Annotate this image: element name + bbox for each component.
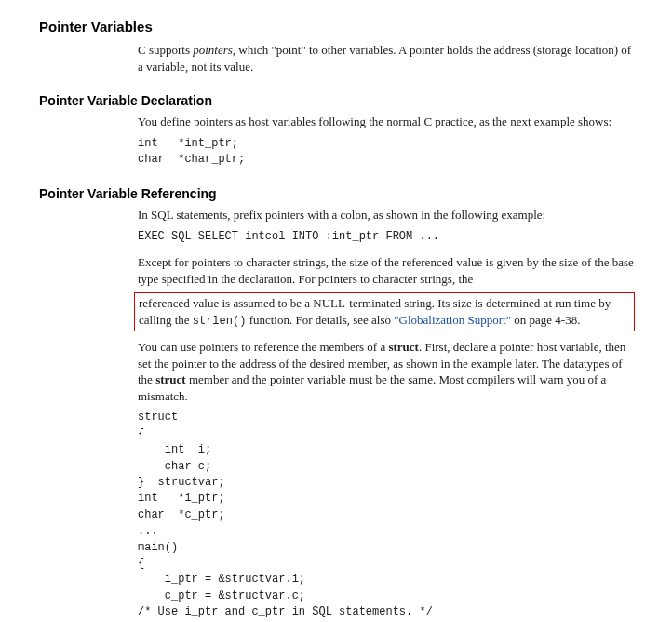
para-pointer-intro: C supports pointers, which "point" to ot… xyxy=(138,42,635,74)
heading-pointer-referencing: Pointer Variable Referencing xyxy=(39,186,635,201)
text-italic-pointers: pointers xyxy=(193,43,233,57)
highlight-box-null-terminated: referenced value is assumed to be a NULL… xyxy=(134,292,635,331)
para-struct-members: You can use pointers to reference the me… xyxy=(138,339,635,404)
heading-pointer-variables: Pointer Variables xyxy=(39,19,635,34)
link-globalization-support[interactable]: "Globalization Support" xyxy=(394,313,511,327)
text-fragment: member and the pointer variable must be … xyxy=(138,372,606,403)
text-fragment: You can use pointers to reference the me… xyxy=(138,340,388,354)
code-struct-example: struct { int i; char c; } structvar; int… xyxy=(138,410,635,622)
para-declaration-intro: You define pointers as host variables fo… xyxy=(138,114,635,130)
code-declaration: int *int_ptr; char *char_ptr; xyxy=(138,136,635,169)
text-fragment: on page 4-38. xyxy=(511,313,580,327)
text-bold-struct2: struct xyxy=(155,372,186,386)
text-fragment: C supports xyxy=(138,43,193,57)
code-inline-strlen: strlen() xyxy=(193,315,247,328)
text-fragment: function. For details, see also xyxy=(246,313,394,327)
code-exec-sql: EXEC SQL SELECT intcol INTO :int_ptr FRO… xyxy=(138,229,635,245)
para-referencing-intro: In SQL statements, prefix pointers with … xyxy=(138,207,635,223)
text-bold-struct: struct xyxy=(388,340,419,354)
para-size-explanation: Except for pointers to character strings… xyxy=(138,254,635,287)
heading-pointer-declaration: Pointer Variable Declaration xyxy=(39,93,635,108)
